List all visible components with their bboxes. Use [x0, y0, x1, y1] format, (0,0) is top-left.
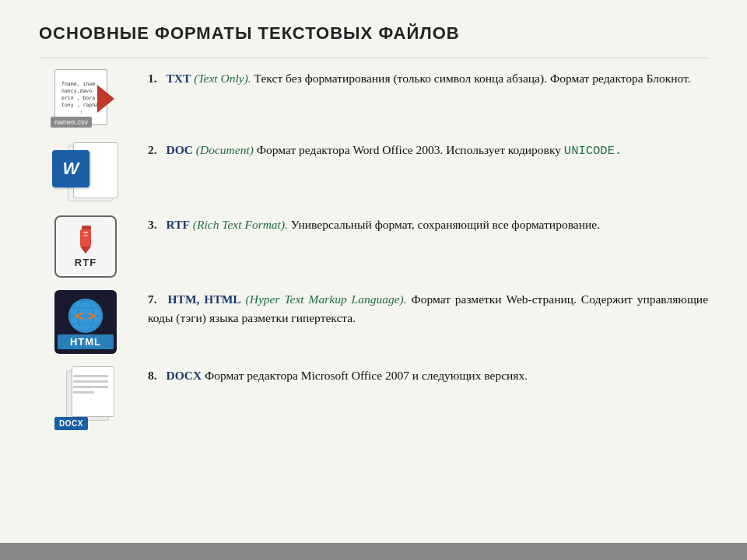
item-number: 1.: [148, 72, 157, 85]
html-bracket-right: >: [88, 307, 96, 324]
format-desc-rtf: (Rich Text Format).: [193, 218, 291, 231]
rtf-icon-area: RTF: [39, 215, 132, 278]
list-item: RTF 3. RTF (Rich Text Format). Универсал…: [39, 212, 708, 278]
txt-icon-area: fname, inamnancy,davoerin , boratony , r…: [39, 69, 132, 128]
format-name-txt: TXT: [167, 72, 191, 85]
rtf-description: 3. RTF (Rich Text Format). Универсальный…: [148, 212, 708, 234]
format-desc-txt: (Text Only).: [194, 72, 254, 85]
html-brackets: < >: [75, 307, 96, 324]
svg-rect-4: [83, 235, 88, 236]
svg-rect-3: [83, 232, 88, 233]
docx-line: [73, 391, 94, 394]
docx-line: [73, 375, 108, 377]
bottom-bar: [0, 543, 747, 560]
html-icon-area: < > HTML: [39, 290, 132, 354]
item-number: 8.: [148, 369, 157, 382]
doc-description: 2. DOC (Document) Формат редактора Word …: [148, 138, 708, 160]
docx-icon-area: DOCX: [39, 366, 132, 430]
html-icon: < > HTML: [54, 290, 117, 354]
doc-icon: W: [51, 141, 121, 203]
main-page: ОСНОВНЫЕ ФОРМАТЫ ТЕКСТОВЫХ ФАЙЛОВ fname,…: [0, 0, 747, 560]
docx-description: 8. DOCX Формат редактора Microsoft Offic…: [148, 363, 708, 385]
docx-line: [73, 380, 108, 383]
docx-paper-front: [72, 366, 114, 417]
format-name-docx: DOCX: [167, 369, 202, 382]
txt-description: 1. TXT (Text Only). Текст без форматиров…: [148, 66, 708, 88]
html-globe: < >: [68, 299, 103, 333]
list-item: DOCX 8. DOCX Формат редактора Microsoft …: [39, 363, 708, 430]
docx-lines: [73, 375, 108, 397]
html-description: 7. HTM, HTML (Hyper Text Markup Language…: [148, 287, 708, 327]
csv-text: fname, inamnancy,davoerin , boratony , r…: [61, 81, 98, 116]
doc-icon-area: W: [39, 141, 132, 203]
rtf-label: RTF: [75, 257, 96, 268]
rtf-pen-icon: [74, 226, 97, 254]
html-globe-area: < >: [68, 296, 103, 334]
docx-badge: DOCX: [54, 417, 88, 430]
format-text-docx: Формат редактора Microsoft Office 2007 и…: [205, 369, 528, 382]
item-number: 2.: [148, 143, 157, 156]
format-desc-doc: (Document): [196, 143, 257, 156]
html-label: HTML: [58, 334, 114, 349]
page-title: ОСНОВНЫЕ ФОРМАТЫ ТЕКСТОВЫХ ФАЙЛОВ: [39, 23, 708, 44]
word-letter: W: [63, 159, 79, 179]
csv-tag: names.csv: [51, 117, 92, 128]
format-text-doc: Формат редактора Word Office 2003. Испол…: [257, 143, 564, 156]
content-area: fname, inamnancy,davoerin , boratony , r…: [39, 66, 708, 439]
item-number: 3.: [148, 218, 157, 231]
arrow-icon: [97, 85, 114, 113]
format-name-rtf: RTF: [167, 218, 190, 231]
docx-line: [73, 386, 108, 388]
list-item: < > HTML 7. HTM, HTML (Hyper Text Markup…: [39, 287, 708, 354]
rtf-icon: RTF: [54, 215, 117, 278]
format-text-rtf: Универсальный формат, сохраняющий все фо…: [291, 218, 600, 231]
format-text-txt: Текст без форматирования (только символ …: [254, 72, 691, 85]
list-item: W 2. DOC (Document) Формат редактора Wor…: [39, 138, 708, 203]
format-desc-html: (Hyper Text Markup Language).: [246, 292, 412, 306]
svg-marker-2: [80, 247, 91, 254]
item-number: 7.: [148, 292, 157, 306]
txt-icon: fname, inamnancy,davoerin , boratony , r…: [51, 69, 121, 128]
title-divider: [39, 58, 708, 58]
docx-icon: DOCX: [54, 366, 117, 430]
html-bracket-left: <: [75, 307, 83, 324]
format-name-html: HTM, HTML: [168, 292, 241, 306]
format-name-doc: DOC: [167, 143, 193, 156]
list-item: fname, inamnancy,davoerin , boratony , r…: [39, 66, 708, 128]
unicode-text: UNICODE.: [564, 144, 622, 158]
word-badge: W: [52, 150, 89, 187]
